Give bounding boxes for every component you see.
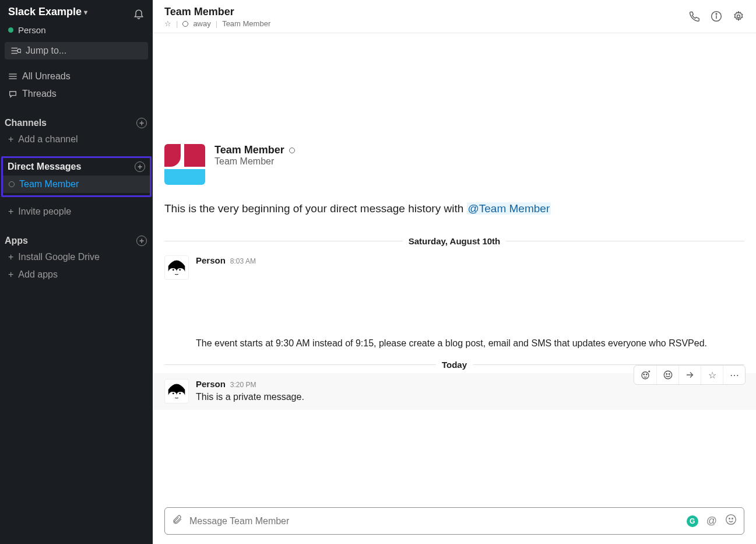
plus-icon: + — [8, 269, 13, 280]
message-avatar[interactable] — [164, 379, 189, 403]
message-input[interactable] — [189, 516, 680, 527]
dm-label: Direct Messages — [8, 162, 81, 172]
intro-text-prefix: This is the very beginning of your direc… — [164, 202, 467, 215]
svg-point-24 — [726, 515, 736, 525]
add-dm-icon[interactable]: + — [135, 162, 145, 172]
workspace-header: Slack Example ▾ — [0, 0, 153, 27]
presence-active-icon — [8, 27, 13, 33]
svg-point-12 — [173, 269, 174, 271]
invite-people-item[interactable]: + Invite people — [0, 203, 153, 220]
message-time: 3:20 PM — [230, 381, 256, 389]
threads-item[interactable]: Threads — [0, 85, 153, 103]
svg-point-22 — [173, 392, 174, 394]
start-thread-icon[interactable] — [656, 366, 678, 384]
main-panel: Team Member ☆ | away | Team Member — [153, 0, 756, 544]
status-text: away — [193, 19, 210, 28]
call-icon[interactable] — [688, 10, 700, 25]
intro-name: Team Member — [215, 144, 284, 156]
jump-to-icon — [10, 47, 21, 55]
svg-line-4 — [20, 52, 21, 54]
svg-point-15 — [644, 374, 645, 375]
workspace-name: Slack Example — [8, 6, 82, 18]
dm-section-highlight: Direct Messages + Team Member — [1, 156, 152, 197]
settings-icon[interactable] — [733, 10, 744, 25]
add-reaction-icon[interactable] — [634, 366, 656, 384]
svg-point-14 — [642, 372, 649, 379]
composer-box[interactable]: G @ — [164, 507, 744, 535]
user-presence[interactable]: Person — [0, 25, 153, 41]
all-unreads-label: All Unreads — [22, 71, 71, 82]
separator: | — [216, 19, 217, 28]
presence-away-icon — [289, 148, 295, 153]
add-app-icon[interactable]: + — [136, 236, 147, 246]
conversation-intro: Team Member Team Member — [153, 33, 756, 202]
svg-point-3 — [17, 49, 21, 52]
add-channel-item[interactable]: + Add a channel — [0, 131, 153, 148]
date-label: Saturday, August 10th — [409, 236, 501, 246]
install-google-drive-item[interactable]: + Install Google Drive — [0, 248, 153, 266]
all-unreads-item[interactable]: All Unreads — [0, 68, 153, 85]
chevron-down-icon: ▾ — [84, 8, 87, 16]
install-gdrive-label: Install Google Drive — [18, 252, 100, 262]
svg-point-23 — [179, 392, 181, 394]
svg-point-21 — [669, 374, 670, 375]
add-apps-item[interactable]: + Add apps — [0, 266, 153, 283]
message-item: ☆ ⋯ Person 3:20 PM This is a private mes… — [153, 373, 756, 410]
info-icon[interactable] — [711, 10, 722, 25]
invite-label: Invite people — [18, 206, 71, 217]
message-time: 8:03 AM — [230, 257, 256, 265]
grammarly-icon[interactable]: G — [687, 515, 698, 527]
svg-point-19 — [664, 371, 672, 379]
mention-icon[interactable]: @ — [706, 515, 717, 527]
save-icon[interactable]: ☆ — [701, 366, 723, 384]
workspace-switcher[interactable]: Slack Example ▾ — [8, 6, 87, 18]
apps-section: Apps + + Install Google Drive + Add apps — [0, 233, 153, 283]
separator: | — [176, 19, 178, 28]
presence-away-icon — [182, 21, 188, 27]
sidebar: Slack Example ▾ Person Jump to... All Un… — [0, 0, 153, 544]
channel-title: Team Member — [164, 6, 270, 18]
intro-subtitle: Team Member — [215, 156, 295, 167]
channel-extra: Team Member — [222, 19, 270, 28]
svg-point-26 — [732, 518, 733, 520]
plus-icon: + — [8, 206, 13, 217]
threads-icon — [8, 90, 17, 98]
message-avatar[interactable] — [164, 255, 189, 280]
channel-header: Team Member ☆ | away | Team Member — [153, 0, 756, 33]
date-label: Today — [442, 360, 467, 370]
channel-meta: ☆ | away | Team Member — [164, 19, 270, 28]
intro-text: This is the very beginning of your direc… — [153, 202, 756, 233]
channels-section: Channels + + Add a channel — [0, 115, 153, 148]
channels-header[interactable]: Channels + — [0, 115, 153, 131]
message-actions: ☆ ⋯ — [634, 365, 746, 385]
apps-header[interactable]: Apps + — [0, 233, 153, 248]
user-mention[interactable]: @Team Member — [467, 202, 551, 215]
message-item: Person 8:03 AM The event starts at 9:30 … — [153, 250, 756, 356]
dm-header[interactable]: Direct Messages + — [3, 158, 150, 176]
share-icon[interactable] — [678, 366, 701, 384]
add-channel-icon[interactable]: + — [136, 118, 147, 128]
message-text: This is a private message. — [196, 389, 744, 404]
more-actions-icon[interactable]: ⋯ — [723, 366, 745, 384]
dm-item-team-member[interactable]: Team Member — [3, 176, 150, 193]
intro-avatar — [164, 144, 205, 185]
message-sender[interactable]: Person — [196, 379, 226, 389]
notifications-icon[interactable] — [133, 6, 145, 23]
date-divider: Saturday, August 10th — [153, 236, 756, 246]
jump-to-button[interactable]: Jump to... — [5, 42, 148, 59]
svg-point-13 — [179, 269, 181, 271]
channel-actions — [688, 6, 744, 25]
threads-label: Threads — [22, 89, 57, 99]
emoji-icon[interactable] — [725, 514, 737, 528]
list-icon — [8, 73, 17, 80]
composer: G @ — [153, 501, 756, 544]
attach-icon[interactable] — [172, 514, 182, 528]
svg-point-25 — [729, 518, 730, 520]
dm-item-label: Team Member — [19, 179, 79, 189]
message-scroll-area[interactable]: Team Member Team Member This is the very… — [153, 33, 756, 501]
channels-label: Channels — [5, 118, 47, 128]
svg-point-10 — [716, 13, 717, 15]
star-icon[interactable]: ☆ — [164, 19, 171, 28]
apps-label: Apps — [5, 236, 28, 246]
message-sender[interactable]: Person — [196, 255, 226, 265]
